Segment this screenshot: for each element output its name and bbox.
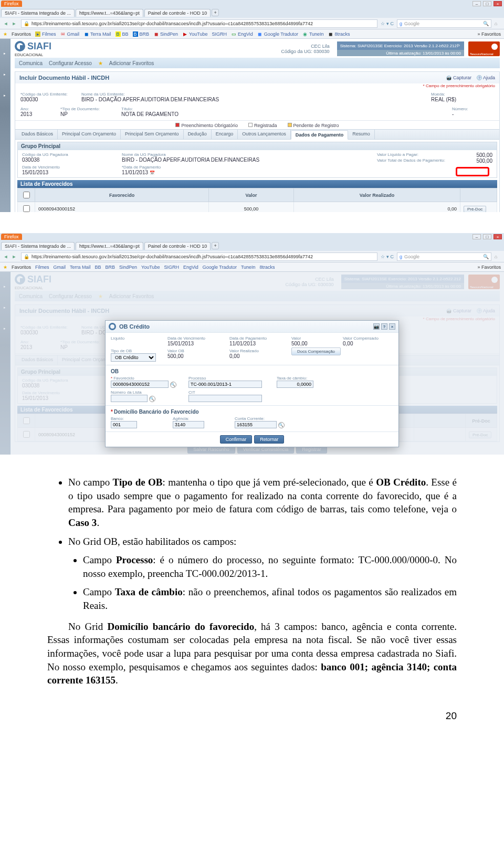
bookmark-item[interactable]: BBRB (133, 31, 150, 37)
retornar-button[interactable]: Retornar (254, 435, 284, 444)
minimize-button[interactable]: – (472, 234, 481, 239)
bookmark-item[interactable]: SIGRH (212, 31, 227, 37)
spine-item[interactable]: ▸ (0, 72, 9, 77)
bookmark-item[interactable]: ◉TuneIn (302, 31, 324, 37)
bookmark-item[interactable]: ◼8tracks (328, 31, 350, 37)
firefox-badge: Firefox (1, 1, 22, 7)
bookmark-item[interactable]: YouTube (141, 265, 160, 270)
bookmark-item[interactable]: BRB (106, 265, 116, 270)
browser-tab[interactable]: https://www.t...=436&lang=pt (76, 9, 143, 17)
tab-item[interactable]: Dados Básicos (17, 130, 58, 139)
new-tab-button[interactable]: + (212, 9, 219, 16)
tab-item[interactable]: Dados de Pagamento (291, 130, 349, 140)
select-all-checkbox[interactable] (23, 192, 30, 198)
bookmark-item[interactable]: ◼SindPen (153, 31, 178, 37)
browser-window-2: Firefox – □ × SIAFI - Sistema Integrado … (0, 233, 504, 455)
forward-button[interactable]: ► (10, 20, 18, 27)
conta-corrente-input[interactable] (235, 421, 277, 428)
bookmark-item[interactable]: ▭EngVid (231, 31, 253, 37)
maximize-button[interactable]: □ (483, 1, 491, 6)
help-link[interactable]: ? Ajuda (477, 75, 495, 81)
inner-tabs: Dados Básicos Principal Com Orçamento Pr… (15, 129, 499, 140)
url-actions[interactable]: ☆ ▾ C (381, 21, 394, 26)
tab-item[interactable]: Principal Sem Orçamento (121, 130, 184, 139)
search-box[interactable]: g Google 🔍 (397, 19, 491, 28)
url-field[interactable]: 🔒https://treinamento-siafi.tesouro.gov.b… (21, 252, 377, 261)
menu-item[interactable]: Adicionar Favoritos (109, 60, 154, 66)
bookmark-item[interactable]: ▸Filmes (35, 31, 56, 37)
bookmark-item[interactable]: BBB (116, 31, 129, 37)
minimize-button[interactable]: – (472, 1, 481, 6)
taxa-cambio-input[interactable] (277, 381, 313, 388)
row-checkbox[interactable] (23, 205, 30, 212)
modal-title: OB Crédito (119, 323, 150, 330)
confirmar-button[interactable]: Confirmar (220, 435, 253, 444)
bookmark-item[interactable]: BB (95, 265, 101, 270)
close-icon[interactable]: × (389, 323, 395, 330)
tab-item[interactable]: Resumo (348, 130, 375, 139)
spine-item[interactable]: ▸ (0, 51, 9, 56)
bookmarks-overflow[interactable]: » Favoritos (477, 31, 501, 37)
bookmark-item[interactable]: Gmail (54, 265, 66, 270)
maximize-button[interactable]: □ (483, 234, 491, 239)
bookmark-item[interactable]: ✉Gmail (60, 31, 80, 37)
search-icon[interactable]: 🔍 (170, 382, 176, 388)
bookmark-item[interactable]: SIGRH (164, 265, 179, 270)
bookmark-item[interactable]: ◼Google Tradutor (257, 31, 298, 37)
close-button[interactable]: × (494, 234, 502, 239)
search-icon[interactable]: 🔍 (149, 396, 155, 402)
home-button[interactable]: ⌂ (495, 21, 502, 26)
numero-lista-input[interactable] (111, 395, 148, 402)
lock-icon: 🔒 (24, 21, 29, 26)
siafi-app: ▸ ▸ ▸ SIAFI EDUCACIONAL CEC Lila Código … (0, 39, 504, 212)
bookmark-item[interactable]: TuneIn (241, 265, 256, 270)
bookmark-item[interactable]: 8tracks (260, 265, 275, 270)
spine-item[interactable]: ▸ (0, 93, 9, 98)
bookmark-item[interactable]: ◼Terra Mail (83, 31, 111, 37)
menu-item[interactable]: Configurar Acesso (49, 60, 92, 66)
agencia-input[interactable] (173, 421, 204, 428)
tab-item[interactable]: Encargo (212, 130, 238, 139)
tipo-ob-select[interactable]: OB Crédito (111, 353, 156, 362)
bookmark-item[interactable]: SindPen (119, 265, 137, 270)
bookmark-item[interactable]: EngVid (183, 265, 198, 270)
help-icon[interactable]: ? (381, 323, 387, 330)
docs-compensacao-button[interactable]: Docs Compensação (291, 347, 341, 355)
bookmark-item[interactable]: Terra Mail (70, 265, 91, 270)
close-button[interactable]: × (494, 1, 502, 6)
browser-tab[interactable]: SIAFI - Sistema Integrado de ... (1, 9, 75, 17)
new-tab-button[interactable]: + (212, 242, 219, 249)
tab-item[interactable]: Principal Com Orçamento (58, 130, 121, 139)
home-button[interactable]: ⌂ (495, 254, 502, 259)
cit-input[interactable] (188, 395, 262, 402)
browser-tab[interactable]: https://www.t...=436&lang=pt (76, 242, 143, 250)
banco-input[interactable] (111, 421, 137, 428)
side-spine: ▸ ▸ ▸ (0, 39, 10, 212)
search-icon[interactable]: 🔍 (278, 422, 285, 428)
url-actions[interactable]: ☆ ▾ C (381, 254, 394, 259)
bookmark-item[interactable]: Google Tradutor (203, 265, 237, 270)
browser-tab[interactable]: SIAFI - Sistema Integrado de ... (1, 242, 75, 250)
camera-icon[interactable]: 📷 (373, 323, 380, 330)
tab-strip: SIAFI - Sistema Integrado de ... https:/… (0, 240, 504, 251)
tab-item[interactable]: Dedução (184, 130, 212, 139)
back-button[interactable]: ◄ (2, 253, 9, 260)
browser-tab[interactable]: Painel de controle - HOD 10 (144, 242, 211, 250)
bookmark-item[interactable]: Filmes (35, 265, 49, 270)
capture-link[interactable]: 📷 Capturar (446, 75, 471, 81)
browser-tab[interactable]: Painel de controle - HOD 10 (144, 9, 211, 17)
google-icon: g (400, 21, 402, 26)
processo-input[interactable] (188, 381, 262, 388)
favorecido-input[interactable] (111, 381, 169, 388)
tab-item[interactable]: Outros Lançamentos (238, 130, 291, 139)
bookmark-item[interactable]: ▶YouTube (182, 31, 207, 37)
forward-button[interactable]: ► (10, 253, 18, 260)
flag-icon: 🏳 (457, 44, 461, 48)
predoc-button[interactable]: Pré-Doc (464, 206, 486, 213)
url-field[interactable]: 🔒 https://treinamento-siafi.tesouro.gov.… (21, 19, 377, 28)
search-box[interactable]: gGoogle🔍 (397, 252, 491, 261)
menu-item[interactable]: Comunica (19, 60, 43, 66)
back-button[interactable]: ◄ (2, 20, 9, 27)
bookmarks-overflow[interactable]: » Favoritos (477, 265, 501, 270)
calendar-icon[interactable]: 📅 (150, 171, 155, 175)
